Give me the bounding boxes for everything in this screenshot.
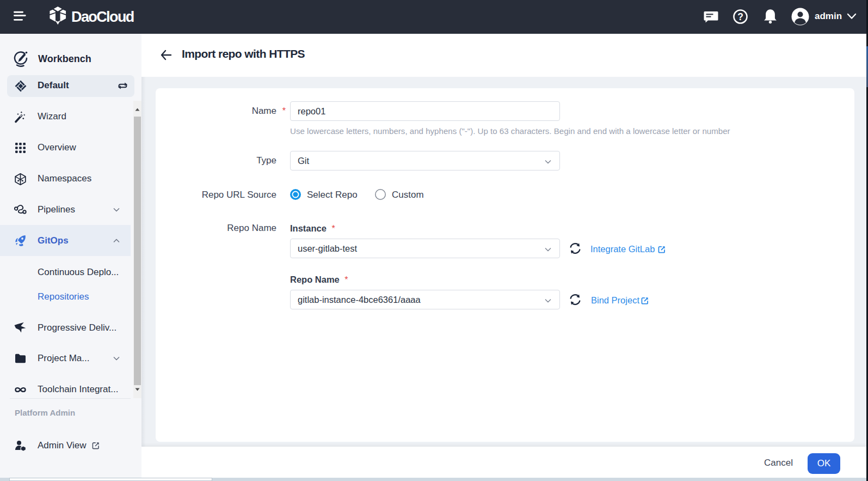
- svg-text:?: ?: [737, 11, 743, 22]
